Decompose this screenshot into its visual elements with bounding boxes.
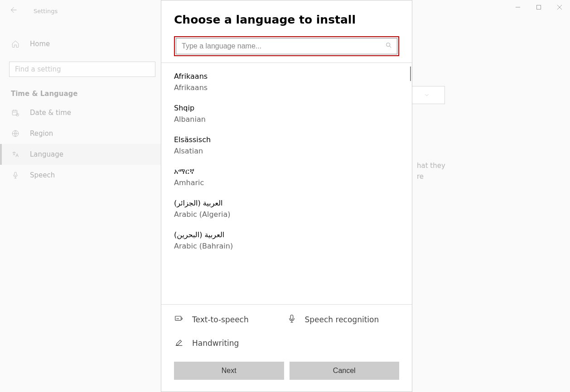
search-icon	[385, 42, 392, 51]
language-english-name: Afrikaans	[174, 83, 399, 92]
language-native-name: Afrikaans	[174, 72, 399, 81]
language-search-box[interactable]	[176, 38, 397, 54]
next-button[interactable]: Next	[174, 362, 284, 380]
language-item[interactable]: العربية (الجزائر) Arabic (Algeria)	[174, 194, 399, 226]
language-search-input[interactable]	[181, 42, 385, 51]
language-native-name: አማርኛ	[174, 167, 399, 176]
language-english-name: Arabic (Algeria)	[174, 210, 399, 219]
language-item[interactable]: አማርኛ Amharic	[174, 163, 399, 194]
language-native-name: العربية (البحرين)	[174, 230, 399, 239]
svg-rect-6	[175, 316, 181, 320]
feature-label: Handwriting	[192, 339, 239, 348]
search-highlight-frame	[174, 36, 399, 56]
language-item[interactable]: Afrikaans Afrikaans	[174, 67, 399, 99]
language-english-name: Albanian	[174, 115, 399, 124]
language-feature-legend: Text-to-speech Speech recognition Handwr…	[161, 304, 412, 351]
language-item[interactable]: العربية (البحرين) Arabic (Bahrain)	[174, 226, 399, 258]
language-native-name: العربية (الجزائر)	[174, 199, 399, 207]
dialog-title: Choose a language to install	[174, 13, 399, 26]
language-native-name: Elsässisch	[174, 135, 399, 144]
svg-point-5	[386, 43, 390, 47]
choose-language-dialog: Choose a language to install Afrikaans A…	[161, 0, 412, 392]
feature-handwriting: Handwriting	[174, 337, 287, 349]
language-item[interactable]: Elsässisch Alsatian	[174, 131, 399, 163]
language-list[interactable]: Afrikaans Afrikaans Shqip Albanian Elsäs…	[161, 63, 412, 304]
feature-speech-recognition: Speech recognition	[287, 314, 400, 325]
language-english-name: Alsatian	[174, 147, 399, 155]
svg-rect-7	[290, 315, 293, 320]
scrollbar-thumb[interactable]	[410, 67, 411, 81]
language-english-name: Arabic (Bahrain)	[174, 242, 399, 250]
language-native-name: Shqip	[174, 104, 399, 112]
handwriting-icon	[174, 337, 184, 349]
feature-text-to-speech: Text-to-speech	[174, 314, 287, 325]
tts-icon	[174, 314, 184, 325]
feature-label: Speech recognition	[305, 315, 379, 324]
language-english-name: Amharic	[174, 178, 399, 187]
cancel-button[interactable]: Cancel	[290, 362, 400, 380]
language-item[interactable]: Shqip Albanian	[174, 99, 399, 131]
microphone-icon	[287, 314, 297, 325]
feature-label: Text-to-speech	[192, 315, 249, 324]
